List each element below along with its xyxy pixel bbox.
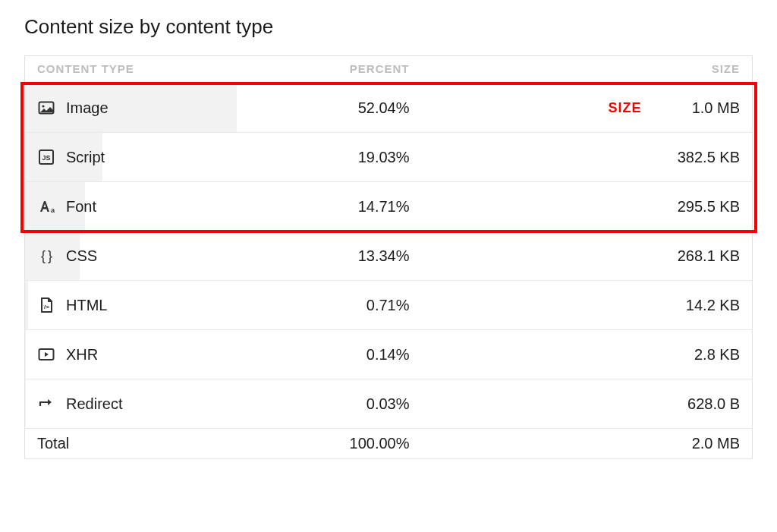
size-value: 295.5 KB (678, 198, 740, 215)
font-icon (37, 197, 55, 216)
cell-content-type: CSS (25, 231, 331, 281)
content-type-label: XHR (66, 346, 98, 364)
column-header-size[interactable]: SIZE (433, 56, 753, 83)
content-size-table-wrap: CONTENT TYPE PERCENT SIZE Image52.04%1.0… (24, 55, 753, 459)
size-value: 382.5 KB (678, 149, 740, 165)
cell-size: 628.0 B (433, 379, 753, 429)
size-value: 1.0 MB (692, 99, 740, 116)
cell-percent: 13.34% (330, 231, 432, 281)
table-row-total: Total100.00%2.0 MB (25, 429, 753, 459)
content-size-table: CONTENT TYPE PERCENT SIZE Image52.04%1.0… (24, 55, 753, 459)
size-value: 628.0 B (687, 395, 740, 412)
table-row[interactable]: Script19.03%382.5 KB (25, 133, 753, 182)
content-type-label: Font (66, 198, 96, 216)
percent-value: 0.14% (366, 346, 410, 363)
cell-content-type: Script (25, 133, 331, 182)
table-row[interactable]: CSS13.34%268.1 KB (25, 231, 753, 281)
table-row[interactable]: HTML0.71%14.2 KB (25, 281, 753, 330)
script-icon (37, 148, 55, 166)
cell-percent: 0.03% (330, 379, 432, 429)
size-value: 268.1 KB (678, 247, 740, 264)
cell-size: 382.5 KB (433, 133, 753, 182)
percent-value: 0.03% (366, 395, 410, 412)
percent-value: 19.03% (358, 149, 410, 165)
html-icon (37, 296, 55, 314)
size-value: 14.2 KB (686, 297, 740, 313)
cell-percent: 0.14% (330, 330, 432, 379)
cell-content-type: HTML (25, 281, 331, 330)
cell-percent: 0.71% (330, 281, 432, 330)
cell-percent: 52.04% (330, 83, 432, 133)
redirect-icon (37, 395, 55, 413)
percent-bar-fill (25, 330, 26, 379)
cell-size: 295.5 KB (433, 182, 753, 231)
column-header-type[interactable]: CONTENT TYPE (25, 56, 331, 83)
percent-value: 52.04% (358, 99, 410, 116)
table-row[interactable]: Image52.04%1.0 MB (25, 83, 753, 133)
table-header-row: CONTENT TYPE PERCENT SIZE (25, 56, 753, 83)
cell-total-size: 2.0 MB (433, 429, 753, 459)
column-header-percent[interactable]: PERCENT (330, 56, 432, 83)
xhr-icon (37, 345, 55, 364)
cell-size: 268.1 KB (433, 231, 753, 281)
percent-value: 13.34% (358, 247, 410, 264)
cell-size: 14.2 KB (433, 281, 753, 330)
page-title: Content size by content type (24, 15, 753, 39)
content-type-label: Image (66, 99, 109, 117)
table-row[interactable]: Font14.71%295.5 KB (25, 182, 753, 231)
cell-content-type: XHR (25, 330, 331, 379)
percent-value: 14.71% (358, 198, 410, 215)
cell-percent: 14.71% (330, 182, 432, 231)
cell-total-label: Total (25, 429, 331, 459)
table-row[interactable]: XHR0.14%2.8 KB (25, 330, 753, 379)
content-type-label: Script (66, 149, 105, 166)
cell-content-type: Font (25, 182, 331, 231)
percent-value: 0.71% (366, 297, 410, 313)
content-type-label: Redirect (66, 395, 122, 413)
table-row[interactable]: Redirect0.03%628.0 B (25, 379, 753, 429)
css-icon (37, 247, 55, 265)
cell-content-type: Redirect (25, 379, 331, 429)
cell-size: 1.0 MB (433, 83, 753, 133)
cell-total-percent: 100.00% (330, 429, 432, 459)
size-value: 2.8 KB (694, 346, 740, 363)
image-icon (37, 99, 55, 117)
cell-size: 2.8 KB (433, 330, 753, 379)
cell-content-type: Image (25, 83, 331, 133)
cell-percent: 19.03% (330, 133, 432, 182)
percent-bar-fill (25, 281, 28, 329)
content-type-label: HTML (66, 297, 107, 314)
content-type-label: CSS (66, 247, 97, 265)
